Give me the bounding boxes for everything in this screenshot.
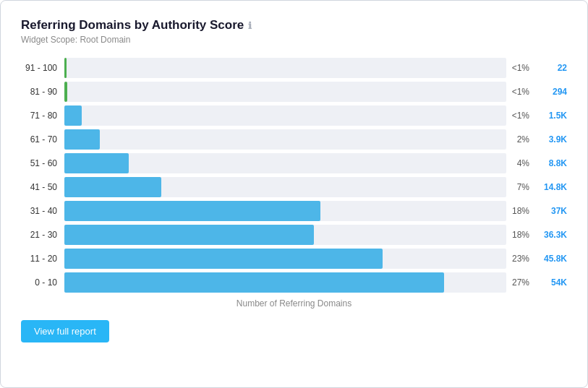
info-icon[interactable]: ℹ (248, 20, 252, 31)
bar-chart: 91 - 100<1%2281 - 90<1%29471 - 80<1%1.5K… (21, 58, 567, 293)
bar-fill (64, 225, 314, 245)
bar-row: 81 - 90<1%294 (21, 82, 567, 102)
bar-row: 51 - 604%8.8K (21, 153, 567, 173)
view-full-report-button[interactable]: View full report (21, 320, 109, 342)
bar-count: 54K (534, 277, 567, 288)
bar-track (64, 82, 506, 102)
bar-track (64, 58, 506, 78)
bar-percentage: <1% (506, 111, 534, 121)
bar-label: 71 - 80 (21, 111, 64, 121)
bar-track (64, 225, 506, 245)
bar-percentage: 18% (506, 230, 534, 240)
bar-row: 41 - 507%14.8K (21, 177, 567, 197)
bar-count: 14.8K (534, 182, 567, 192)
bar-fill (64, 82, 67, 102)
bar-fill (64, 105, 82, 126)
bar-row: 61 - 702%3.9K (21, 129, 567, 150)
bar-count: 294 (534, 87, 567, 97)
bar-count: 8.8K (534, 158, 567, 168)
bar-label: 0 - 10 (21, 277, 64, 288)
x-axis-label: Number of Referring Domains (21, 298, 567, 309)
bar-percentage: <1% (506, 87, 534, 97)
bar-label: 61 - 70 (21, 134, 64, 145)
bar-row: 0 - 1027%54K (21, 272, 567, 293)
bar-count: 22 (534, 63, 567, 73)
bar-count: 36.3K (534, 230, 567, 240)
bar-fill (64, 153, 129, 173)
bar-row: 31 - 4018%37K (21, 201, 567, 221)
bar-track (64, 249, 506, 269)
bar-percentage: 7% (506, 182, 534, 192)
bar-label: 51 - 60 (21, 158, 64, 168)
bar-track (64, 153, 506, 173)
bar-track (64, 272, 506, 293)
bar-row: 71 - 80<1%1.5K (21, 105, 567, 126)
title-text: Referring Domains by Authority Score (21, 18, 244, 33)
bar-percentage: 2% (506, 134, 534, 145)
bar-percentage: 23% (506, 254, 534, 264)
bar-row: 11 - 2023%45.8K (21, 249, 567, 269)
bar-label: 11 - 20 (21, 254, 64, 264)
bar-percentage: 27% (506, 277, 534, 288)
bar-fill (64, 249, 383, 269)
referring-domains-card: Referring Domains by Authority Score ℹ W… (0, 0, 588, 388)
bar-percentage: 4% (506, 158, 534, 168)
bar-label: 81 - 90 (21, 87, 64, 97)
bar-row: 21 - 3018%36.3K (21, 225, 567, 245)
bar-track (64, 177, 506, 197)
bar-count: 3.9K (534, 134, 567, 145)
bar-label: 31 - 40 (21, 206, 64, 216)
bar-track (64, 129, 506, 150)
bar-track (64, 201, 506, 221)
bar-fill (64, 272, 444, 293)
bar-label: 91 - 100 (21, 63, 64, 73)
card-title: Referring Domains by Authority Score ℹ (21, 18, 567, 33)
bar-count: 1.5K (534, 111, 567, 121)
bar-fill (64, 201, 320, 221)
bar-row: 91 - 100<1%22 (21, 58, 567, 78)
bar-fill (64, 58, 67, 78)
bar-percentage: 18% (506, 206, 534, 216)
card-subtitle: Widget Scope: Root Domain (21, 35, 567, 45)
bar-label: 41 - 50 (21, 182, 64, 192)
bar-count: 45.8K (534, 254, 567, 264)
bar-track (64, 105, 506, 126)
bar-fill (64, 129, 100, 150)
bar-label: 21 - 30 (21, 230, 64, 240)
bar-fill (64, 177, 161, 197)
bar-percentage: <1% (506, 63, 534, 73)
bar-count: 37K (534, 206, 567, 216)
